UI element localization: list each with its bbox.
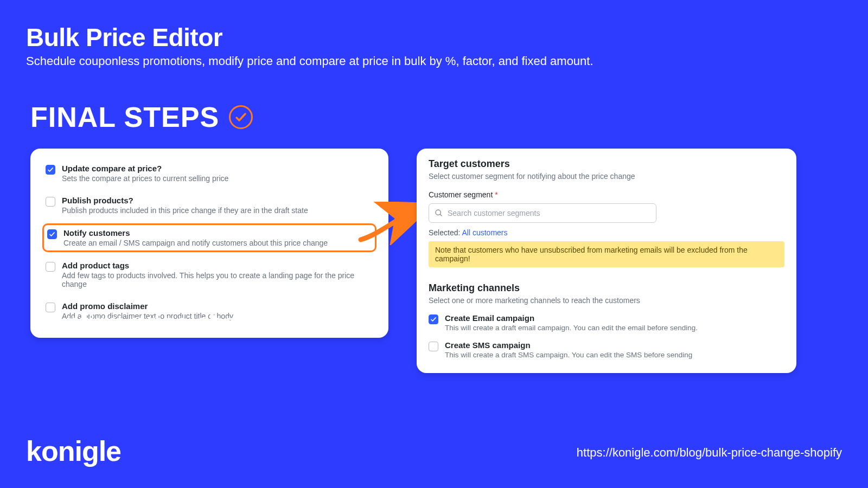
create-email-campaign-title: Create Email campaign	[445, 313, 698, 323]
create-sms-campaign-checkbox[interactable]	[429, 342, 438, 351]
customer-segment-label-text: Customer segment	[429, 190, 493, 199]
page-title: Bulk Price Editor	[26, 23, 222, 52]
add-product-tags-checkbox[interactable]	[46, 262, 55, 272]
add-product-tags-desc: Add few tags to products involved. This …	[62, 271, 373, 288]
unsubscribe-note: Note that customers who have unsubscribe…	[429, 241, 784, 267]
checkmark-circle-icon	[229, 105, 253, 129]
update-compare-at-price-desc: Sets the compare at prices to current se…	[62, 174, 228, 183]
required-mark: *	[495, 190, 497, 199]
search-icon	[435, 209, 443, 217]
customer-segment-input[interactable]	[448, 209, 650, 217]
publish-products-desc: Publish products included in this price …	[62, 206, 308, 215]
selected-segment-line: Selected: All customers	[429, 228, 784, 237]
target-customers-subtitle: Select customer segment for notifying ab…	[429, 172, 784, 181]
customer-segment-label: Customer segment *	[429, 190, 784, 199]
page-subtitle: Schedule couponless promotions, modify p…	[26, 54, 593, 68]
create-email-campaign-desc: This will create a draft email campaign.…	[445, 324, 698, 332]
selected-segment-link[interactable]: All customers	[462, 228, 508, 237]
footer-url: https://konigle.com/blog/bulk-price-chan…	[577, 446, 842, 460]
svg-line-1	[440, 214, 442, 216]
update-compare-at-price-checkbox[interactable]	[46, 165, 55, 175]
notify-customers-desc: Create an email / SMS campaign and notif…	[63, 239, 328, 247]
channel-create-sms-campaign[interactable]: Create SMS campaignThis will create a dr…	[429, 341, 784, 359]
target-customers-title: Target customers	[429, 158, 784, 170]
section-heading-row: FINAL STEPS	[30, 101, 253, 133]
selected-label: Selected:	[429, 228, 460, 237]
svg-point-0	[436, 210, 441, 215]
option-update-compare-at-price[interactable]: Update compare at price?Sets the compare…	[42, 159, 376, 187]
option-publish-products[interactable]: Publish products?Publish products includ…	[42, 191, 376, 219]
option-add-product-tags[interactable]: Add product tagsAdd few tags to products…	[42, 256, 376, 293]
brand-logo: konigle	[26, 435, 121, 467]
create-email-campaign-checkbox[interactable]	[429, 314, 438, 324]
create-sms-campaign-desc: This will create a draft SMS campaign. Y…	[445, 351, 692, 359]
add-product-tags-title: Add product tags	[62, 261, 373, 270]
target-customers-card: Target customers Select customer segment…	[417, 149, 796, 373]
option-notify-customers[interactable]: Notify customersCreate an email / SMS ca…	[42, 223, 376, 252]
channel-create-email-campaign[interactable]: Create Email campaignThis will create a …	[429, 313, 784, 332]
marketing-channels-title: Marketing channels	[429, 282, 784, 294]
update-compare-at-price-title: Update compare at price?	[62, 164, 228, 173]
notify-customers-title: Notify customers	[63, 228, 328, 237]
customer-segment-search[interactable]	[429, 203, 656, 223]
confirm-heading: Confirm price change!	[34, 309, 287, 336]
publish-products-checkbox[interactable]	[46, 197, 55, 207]
create-sms-campaign-title: Create SMS campaign	[445, 341, 692, 350]
publish-products-title: Publish products?	[62, 196, 308, 205]
notify-customers-checkbox[interactable]	[47, 229, 57, 239]
section-heading: FINAL STEPS	[30, 101, 219, 133]
marketing-channels-subtitle: Select one or more marketing channels to…	[429, 296, 784, 305]
